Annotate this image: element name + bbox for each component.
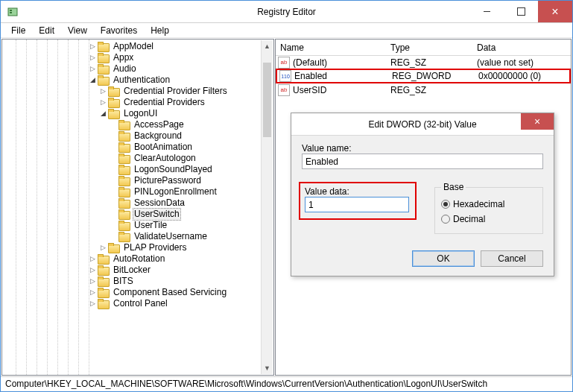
radio-dec[interactable]: Decimal <box>441 212 536 227</box>
menu-view[interactable]: View <box>62 24 93 37</box>
folder-icon <box>118 154 130 163</box>
tree-item-clearautologon[interactable]: ClearAutologon <box>5 153 273 164</box>
tree-item-label: Background <box>133 130 183 142</box>
expander-icon[interactable] <box>99 110 107 118</box>
tree-item-accesspage[interactable]: AccessPage <box>5 119 273 130</box>
dialog-close-button[interactable]: × <box>521 113 554 130</box>
tree-item-label: Appx <box>112 52 135 63</box>
tree-item-picturepassword[interactable]: PicturePassword <box>5 175 273 186</box>
tree-item-control-panel[interactable]: Control Panel <box>5 298 273 309</box>
expander-icon[interactable] <box>89 266 97 274</box>
tree-item-label: Authentication <box>112 75 171 86</box>
tree-item-logonsoundplayed[interactable]: LogonSoundPlayed <box>5 164 273 175</box>
maximize-button[interactable] <box>504 1 538 22</box>
tree-item-label: LogonUI <box>122 108 159 119</box>
cancel-button[interactable]: Cancel <box>481 250 543 267</box>
tree-scrollbar[interactable]: ▲ ▼ <box>261 40 273 374</box>
tree-item-autorotation[interactable]: AutoRotation <box>5 253 273 265</box>
tree-item-label: ValidateUsername <box>133 231 209 242</box>
tree-item-credential-provider-filters[interactable]: Credential Provider Filters <box>5 86 273 97</box>
value-data-input[interactable] <box>305 197 409 212</box>
value-name-input[interactable] <box>302 154 543 169</box>
tree-item-bits[interactable]: BITS <box>5 276 273 287</box>
menu-favorites[interactable]: Favorites <box>95 24 143 37</box>
radio-dec-label: Decimal <box>453 214 485 224</box>
base-label: Base <box>441 182 466 192</box>
no-expander <box>110 188 118 196</box>
svg-rect-1 <box>10 10 12 11</box>
folder-icon <box>118 120 130 130</box>
tree-item-bitlocker[interactable]: BitLocker <box>5 265 273 276</box>
tree-item-logonui[interactable]: LogonUI <box>5 108 273 119</box>
folder-icon <box>118 187 130 197</box>
expander-icon[interactable] <box>89 76 97 84</box>
tree-item-bootanimation[interactable]: BootAnimation <box>5 142 273 153</box>
folder-icon <box>118 209 130 219</box>
tree-item-label: AppModel <box>112 41 155 52</box>
expander-icon[interactable] <box>89 255 97 263</box>
menu-help[interactable]: Help <box>145 24 175 37</box>
expander-icon[interactable] <box>99 98 107 107</box>
scroll-thumb[interactable] <box>263 63 271 137</box>
tree-item-userswitch[interactable]: UserSwitch <box>5 209 273 220</box>
scroll-up-icon[interactable]: ▲ <box>262 40 273 52</box>
expander-icon[interactable] <box>89 277 97 285</box>
value-row[interactable]: (Default)REG_SZ(value not set) <box>276 56 571 69</box>
list-header: Name Type Data <box>276 39 571 56</box>
dialog-titlebar: Edit DWORD (32-bit) Value × <box>291 113 554 136</box>
expander-icon[interactable] <box>99 244 107 252</box>
tree-item-credential-providers[interactable]: Credential Providers <box>5 97 273 108</box>
no-expander <box>110 132 118 140</box>
tree-item-appx[interactable]: Appx <box>5 52 273 63</box>
tree-item-component-based-servicing[interactable]: Component Based Servicing <box>5 287 273 298</box>
no-expander <box>110 221 118 230</box>
minimize-button[interactable] <box>469 1 504 22</box>
expander-icon[interactable] <box>89 288 97 297</box>
titlebar: Registry Editor <box>1 1 572 23</box>
tree-item-label: ClearAutologon <box>133 153 197 164</box>
tree-item-authentication[interactable]: Authentication <box>5 75 273 86</box>
tree-pane[interactable]: AppModelAppxAudioAuthenticationCredentia… <box>1 39 274 376</box>
menu-edit[interactable]: Edit <box>33 24 60 37</box>
expander-icon[interactable] <box>99 87 107 95</box>
tree-item-label: BootAnimation <box>133 142 194 153</box>
expander-icon[interactable] <box>89 65 97 73</box>
scroll-down-icon[interactable]: ▼ <box>262 362 273 374</box>
value-data: (value not set) <box>472 57 571 68</box>
tree-item-appmodel[interactable]: AppModel <box>5 41 273 52</box>
tree-item-label: BITS <box>112 276 135 287</box>
value-data-highlight: Value data: <box>299 182 417 220</box>
value-name: (Default) <box>293 57 327 68</box>
folder-icon <box>108 98 120 107</box>
edit-dword-dialog: Edit DWORD (32-bit) Value × Value name: … <box>291 113 554 276</box>
tree-item-label: AccessPage <box>133 119 186 130</box>
tree-item-label: SessionData <box>133 197 186 209</box>
folder-icon <box>108 243 120 253</box>
col-header-data[interactable]: Data <box>472 42 571 53</box>
no-expander <box>110 143 118 151</box>
no-expander <box>110 210 118 218</box>
radio-hex[interactable]: Hexadecimal <box>441 197 536 212</box>
col-header-type[interactable]: Type <box>386 42 472 53</box>
tree-item-usertile[interactable]: UserTile <box>5 220 273 231</box>
tree-item-plap-providers[interactable]: PLAP Providers <box>5 242 273 253</box>
expander-icon[interactable] <box>89 42 97 51</box>
tree-item-pinlogonenrollment[interactable]: PINLogonEnrollment <box>5 186 273 197</box>
tree-item-validateusername[interactable]: ValidateUsername <box>5 231 273 242</box>
expander-icon[interactable] <box>89 54 97 62</box>
no-expander <box>110 165 118 174</box>
menu-file[interactable]: File <box>5 24 31 37</box>
radio-hex-icon <box>441 200 450 209</box>
folder-icon <box>98 299 110 309</box>
folder-icon <box>98 265 110 275</box>
value-row[interactable]: UserSIDREG_SZ <box>276 83 571 97</box>
expander-icon[interactable] <box>89 300 97 308</box>
close-button[interactable] <box>538 1 572 22</box>
value-row[interactable]: EnabledREG_DWORD0x00000000 (0) <box>276 69 571 83</box>
ok-button[interactable]: OK <box>412 250 475 267</box>
col-header-name[interactable]: Name <box>276 42 386 53</box>
tree-item-audio[interactable]: Audio <box>5 63 273 75</box>
tree-item-background[interactable]: Background <box>5 130 273 142</box>
value-data-label: Value data: <box>305 186 411 197</box>
tree-item-sessiondata[interactable]: SessionData <box>5 197 273 209</box>
